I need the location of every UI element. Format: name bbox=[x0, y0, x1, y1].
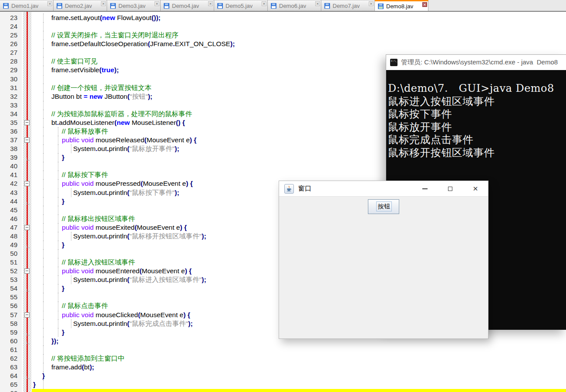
indent-guide bbox=[43, 136, 44, 144]
fold-collapse-icon[interactable] bbox=[24, 137, 30, 143]
indent-guide bbox=[58, 311, 58, 319]
fold-end-mark bbox=[27, 289, 30, 291]
cmd-icon bbox=[390, 59, 398, 66]
indent-guide bbox=[43, 363, 44, 372]
code-line: System.out.println("鼠标进入按钮区域事件"); bbox=[73, 275, 206, 284]
code-line: // 创建一个按钮，并设置按钮文本 bbox=[51, 84, 152, 92]
tab-demo3-jav[interactable]: Demo3.jav✕ bbox=[107, 0, 161, 11]
tab-demo5-jav[interactable]: Demo5.jav✕ bbox=[214, 0, 268, 11]
tab-close-icon[interactable]: ✕ bbox=[155, 1, 159, 6]
tab-demo4-jav[interactable]: Demo4.jav✕ bbox=[161, 0, 214, 11]
code-line: // 鼠标移出按钮区域事件 bbox=[62, 214, 135, 223]
code-line: public void mouseReleased(MouseEvent e) … bbox=[62, 136, 196, 144]
indent-guide bbox=[43, 302, 44, 310]
indent-guide bbox=[71, 232, 71, 241]
indent-guide bbox=[43, 188, 44, 197]
code-line: frame.setDefaultCloseOperation(JFrame.EX… bbox=[51, 40, 235, 48]
indent-guide bbox=[58, 214, 58, 223]
tab-demo6-jav[interactable]: Demo6.jav✕ bbox=[268, 0, 321, 11]
indent-guide bbox=[43, 110, 44, 118]
floppy-save-icon bbox=[164, 3, 169, 9]
minimize-icon[interactable] bbox=[412, 181, 438, 196]
line-number: 54 bbox=[0, 284, 17, 293]
tab-close-icon[interactable]: ✕ bbox=[262, 1, 266, 6]
tab-label: Demo2.jav bbox=[65, 3, 92, 9]
line-number: 55 bbox=[0, 293, 17, 302]
tab-close-icon[interactable]: ✕ bbox=[47, 1, 52, 6]
swing-button-label: 按钮 bbox=[376, 201, 392, 211]
fold-end-mark bbox=[27, 342, 30, 344]
floppy-save-icon bbox=[3, 3, 9, 9]
code-line: public void mousePressed(MouseEvent e) { bbox=[62, 179, 193, 188]
indent-guide bbox=[43, 214, 44, 223]
indent-guide bbox=[58, 171, 58, 179]
indent-guide bbox=[43, 57, 44, 66]
indent-guide bbox=[43, 345, 44, 354]
line-number: 59 bbox=[0, 328, 17, 337]
tab-demo7-jav[interactable]: Demo7.jav✕ bbox=[321, 0, 375, 11]
swing-window-title: 窗口 bbox=[298, 184, 311, 193]
tab-close-icon[interactable]: ✕ bbox=[315, 1, 320, 6]
line-number: 24 bbox=[0, 22, 17, 31]
code-line: System.out.println("鼠标移开按钮区域事件"); bbox=[73, 232, 206, 241]
floppy-save-icon bbox=[324, 3, 330, 9]
tab-close-icon[interactable]: ✕ bbox=[369, 1, 374, 6]
line-number: 43 bbox=[0, 188, 17, 197]
swing-button[interactable]: 按钮 bbox=[368, 199, 399, 214]
indent-guide bbox=[43, 31, 44, 40]
indent-guide bbox=[43, 319, 44, 328]
indent-guide bbox=[58, 328, 58, 337]
line-number: 41 bbox=[0, 171, 17, 179]
code-line: // 使主窗口可见 bbox=[51, 57, 98, 66]
line-number: 42 bbox=[0, 179, 17, 188]
tab-label: Demo5.jav bbox=[226, 3, 253, 9]
tab-demo8-jav[interactable]: Demo8.jav✕ bbox=[375, 0, 428, 11]
tab-demo1-jav[interactable]: Demo1.jav✕ bbox=[0, 0, 54, 11]
code-line: JButton bt = new JButton("按钮"); bbox=[51, 92, 152, 101]
line-number: 38 bbox=[0, 144, 17, 153]
line-number: 44 bbox=[0, 197, 17, 206]
line-number: 28 bbox=[0, 57, 17, 66]
fold-end-mark bbox=[27, 202, 30, 204]
code-line: public void mouseExited(MouseEvent e) { bbox=[62, 223, 187, 232]
cmd-title: 管理员: C:\Windows\system32\cmd.exe - java … bbox=[401, 58, 558, 67]
tab-close-icon[interactable]: ✕ bbox=[422, 2, 427, 7]
line-number: 66 bbox=[0, 389, 17, 392]
code-line: // 鼠标进入按钮区域事件 bbox=[62, 258, 135, 267]
indent-guide bbox=[43, 13, 44, 22]
tab-demo2-jav[interactable]: Demo2.jav✕ bbox=[54, 0, 107, 11]
code-line: } bbox=[33, 380, 36, 389]
floppy-save-icon bbox=[57, 3, 62, 9]
code-line: // 设置关闭操作，当主窗口关闭时退出程序 bbox=[51, 31, 179, 40]
code-line: } bbox=[42, 372, 45, 380]
swing-titlebar[interactable]: 窗口 ✕ bbox=[279, 181, 488, 197]
maximize-icon[interactable] bbox=[438, 181, 463, 196]
close-icon[interactable]: ✕ bbox=[463, 181, 488, 196]
swing-window[interactable]: 窗口 ✕ 按钮 bbox=[279, 181, 489, 339]
code-line: } bbox=[62, 284, 64, 293]
fold-collapse-icon[interactable] bbox=[24, 181, 30, 186]
indent-guide bbox=[43, 197, 44, 206]
tab-label: Demo4.jav bbox=[172, 3, 199, 9]
line-number: 63 bbox=[0, 363, 17, 372]
tab-close-icon[interactable]: ✕ bbox=[101, 1, 106, 6]
code-line: } bbox=[62, 153, 64, 162]
code-line: public void mouseEntered(MouseEvent e) { bbox=[62, 267, 192, 275]
indent-guide bbox=[43, 179, 44, 188]
indent-guide bbox=[43, 311, 44, 319]
fold-collapse-icon[interactable] bbox=[24, 225, 30, 230]
line-number: 65 bbox=[0, 380, 17, 389]
floppy-save-icon bbox=[378, 3, 384, 9]
code-line: // 将按钮添加到主窗口中 bbox=[51, 354, 125, 363]
fold-collapse-icon[interactable] bbox=[24, 268, 30, 274]
indent-guide bbox=[43, 171, 44, 179]
fold-end-mark bbox=[27, 333, 30, 335]
fold-collapse-icon[interactable] bbox=[24, 120, 30, 125]
indent-guide bbox=[43, 293, 44, 302]
fold-collapse-icon[interactable] bbox=[24, 312, 30, 318]
line-number: 25 bbox=[0, 31, 17, 40]
indent-guide bbox=[58, 127, 58, 136]
tab-label: Demo8.jav bbox=[386, 3, 413, 10]
cmd-titlebar[interactable]: 管理员: C:\Windows\system32\cmd.exe - java … bbox=[386, 55, 566, 70]
tab-close-icon[interactable]: ✕ bbox=[208, 1, 213, 6]
